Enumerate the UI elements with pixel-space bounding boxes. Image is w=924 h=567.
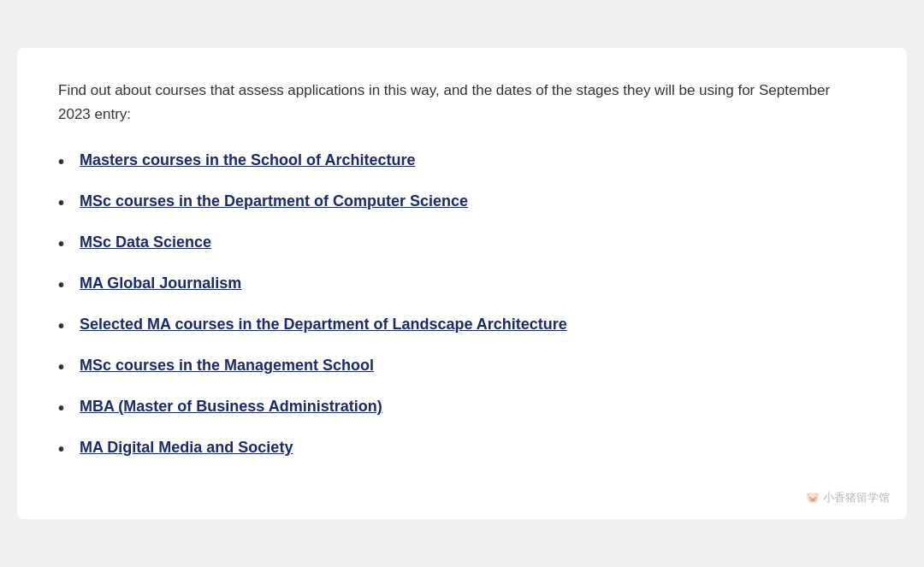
course-link-data-science[interactable]: MSc Data Science bbox=[80, 232, 211, 253]
bullet-icon: • bbox=[58, 355, 64, 379]
course-link-management[interactable]: MSc courses in the Management School bbox=[80, 355, 374, 376]
list-item: •Selected MA courses in the Department o… bbox=[58, 314, 866, 338]
course-link-landscape[interactable]: Selected MA courses in the Department of… bbox=[80, 314, 567, 335]
bullet-icon: • bbox=[58, 314, 64, 338]
bullet-icon: • bbox=[58, 273, 64, 297]
watermark: 🐷 小香猪留学馆 bbox=[806, 490, 890, 505]
bullet-icon: • bbox=[58, 191, 64, 215]
list-item: •MBA (Master of Business Administration) bbox=[58, 396, 866, 420]
bullet-icon: • bbox=[58, 232, 64, 256]
list-item: •Masters courses in the School of Archit… bbox=[58, 150, 866, 174]
list-item: •MSc courses in the Department of Comput… bbox=[58, 191, 866, 215]
list-item: •MSc Data Science bbox=[58, 232, 866, 256]
course-link-arch[interactable]: Masters courses in the School of Archite… bbox=[80, 150, 415, 171]
list-item: •MA Digital Media and Society bbox=[58, 437, 866, 461]
bullet-icon: • bbox=[58, 150, 64, 174]
course-list: •Masters courses in the School of Archit… bbox=[58, 150, 866, 461]
bullet-icon: • bbox=[58, 437, 64, 461]
content-card: Find out about courses that assess appli… bbox=[17, 48, 907, 518]
intro-paragraph: Find out about courses that assess appli… bbox=[58, 79, 866, 125]
bullet-icon: • bbox=[58, 396, 64, 420]
course-link-cs[interactable]: MSc courses in the Department of Compute… bbox=[80, 191, 468, 212]
course-link-mba[interactable]: MBA (Master of Business Administration) bbox=[80, 396, 382, 417]
course-link-digital-media[interactable]: MA Digital Media and Society bbox=[80, 437, 293, 458]
course-link-global-journalism[interactable]: MA Global Journalism bbox=[80, 273, 241, 294]
list-item: •MSc courses in the Management School bbox=[58, 355, 866, 379]
list-item: •MA Global Journalism bbox=[58, 273, 866, 297]
